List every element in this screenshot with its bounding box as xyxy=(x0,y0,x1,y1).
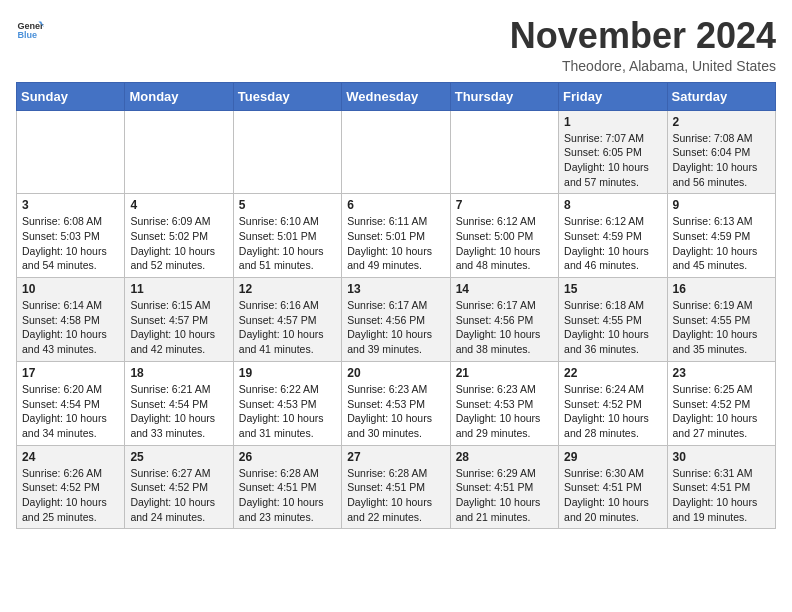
day-info: Sunrise: 6:31 AM Sunset: 4:51 PM Dayligh… xyxy=(673,466,770,525)
day-number: 20 xyxy=(347,366,444,380)
day-number: 30 xyxy=(673,450,770,464)
calendar-cell: 19Sunrise: 6:22 AM Sunset: 4:53 PM Dayli… xyxy=(233,361,341,445)
calendar-cell xyxy=(125,110,233,194)
day-info: Sunrise: 6:23 AM Sunset: 4:53 PM Dayligh… xyxy=(456,382,553,441)
weekday-header-wednesday: Wednesday xyxy=(342,82,450,110)
day-number: 17 xyxy=(22,366,119,380)
page-header: General Blue November 2024 Theodore, Ala… xyxy=(16,16,776,74)
day-number: 4 xyxy=(130,198,227,212)
calendar-cell: 1Sunrise: 7:07 AM Sunset: 6:05 PM Daylig… xyxy=(559,110,667,194)
calendar-cell: 2Sunrise: 7:08 AM Sunset: 6:04 PM Daylig… xyxy=(667,110,775,194)
calendar-cell: 3Sunrise: 6:08 AM Sunset: 5:03 PM Daylig… xyxy=(17,194,125,278)
calendar-cell: 24Sunrise: 6:26 AM Sunset: 4:52 PM Dayli… xyxy=(17,445,125,529)
calendar-table: SundayMondayTuesdayWednesdayThursdayFrid… xyxy=(16,82,776,530)
logo-icon: General Blue xyxy=(16,16,44,44)
day-number: 6 xyxy=(347,198,444,212)
day-number: 13 xyxy=(347,282,444,296)
day-number: 9 xyxy=(673,198,770,212)
calendar-cell: 22Sunrise: 6:24 AM Sunset: 4:52 PM Dayli… xyxy=(559,361,667,445)
calendar-cell: 23Sunrise: 6:25 AM Sunset: 4:52 PM Dayli… xyxy=(667,361,775,445)
calendar-cell xyxy=(233,110,341,194)
day-info: Sunrise: 6:21 AM Sunset: 4:54 PM Dayligh… xyxy=(130,382,227,441)
calendar-cell: 26Sunrise: 6:28 AM Sunset: 4:51 PM Dayli… xyxy=(233,445,341,529)
day-number: 3 xyxy=(22,198,119,212)
day-number: 15 xyxy=(564,282,661,296)
day-number: 5 xyxy=(239,198,336,212)
day-info: Sunrise: 6:30 AM Sunset: 4:51 PM Dayligh… xyxy=(564,466,661,525)
day-number: 27 xyxy=(347,450,444,464)
calendar-cell: 9Sunrise: 6:13 AM Sunset: 4:59 PM Daylig… xyxy=(667,194,775,278)
day-number: 22 xyxy=(564,366,661,380)
calendar-header: SundayMondayTuesdayWednesdayThursdayFrid… xyxy=(17,82,776,110)
calendar-cell: 18Sunrise: 6:21 AM Sunset: 4:54 PM Dayli… xyxy=(125,361,233,445)
day-info: Sunrise: 6:17 AM Sunset: 4:56 PM Dayligh… xyxy=(456,298,553,357)
day-info: Sunrise: 6:09 AM Sunset: 5:02 PM Dayligh… xyxy=(130,214,227,273)
day-number: 21 xyxy=(456,366,553,380)
calendar-body: 1Sunrise: 7:07 AM Sunset: 6:05 PM Daylig… xyxy=(17,110,776,529)
day-info: Sunrise: 6:15 AM Sunset: 4:57 PM Dayligh… xyxy=(130,298,227,357)
weekday-header-sunday: Sunday xyxy=(17,82,125,110)
day-info: Sunrise: 6:28 AM Sunset: 4:51 PM Dayligh… xyxy=(347,466,444,525)
calendar-cell: 17Sunrise: 6:20 AM Sunset: 4:54 PM Dayli… xyxy=(17,361,125,445)
calendar-cell: 10Sunrise: 6:14 AM Sunset: 4:58 PM Dayli… xyxy=(17,278,125,362)
day-info: Sunrise: 7:07 AM Sunset: 6:05 PM Dayligh… xyxy=(564,131,661,190)
calendar-week-3: 17Sunrise: 6:20 AM Sunset: 4:54 PM Dayli… xyxy=(17,361,776,445)
weekday-header-friday: Friday xyxy=(559,82,667,110)
day-info: Sunrise: 6:16 AM Sunset: 4:57 PM Dayligh… xyxy=(239,298,336,357)
day-number: 1 xyxy=(564,115,661,129)
title-block: November 2024 Theodore, Alabama, United … xyxy=(510,16,776,74)
calendar-cell: 25Sunrise: 6:27 AM Sunset: 4:52 PM Dayli… xyxy=(125,445,233,529)
day-number: 14 xyxy=(456,282,553,296)
calendar-cell: 4Sunrise: 6:09 AM Sunset: 5:02 PM Daylig… xyxy=(125,194,233,278)
calendar-cell xyxy=(450,110,558,194)
day-info: Sunrise: 6:23 AM Sunset: 4:53 PM Dayligh… xyxy=(347,382,444,441)
day-info: Sunrise: 6:26 AM Sunset: 4:52 PM Dayligh… xyxy=(22,466,119,525)
day-info: Sunrise: 6:28 AM Sunset: 4:51 PM Dayligh… xyxy=(239,466,336,525)
calendar-cell: 30Sunrise: 6:31 AM Sunset: 4:51 PM Dayli… xyxy=(667,445,775,529)
day-number: 10 xyxy=(22,282,119,296)
location: Theodore, Alabama, United States xyxy=(510,58,776,74)
calendar-cell xyxy=(17,110,125,194)
day-number: 12 xyxy=(239,282,336,296)
day-number: 16 xyxy=(673,282,770,296)
calendar-cell: 5Sunrise: 6:10 AM Sunset: 5:01 PM Daylig… xyxy=(233,194,341,278)
calendar-cell: 21Sunrise: 6:23 AM Sunset: 4:53 PM Dayli… xyxy=(450,361,558,445)
day-info: Sunrise: 6:12 AM Sunset: 4:59 PM Dayligh… xyxy=(564,214,661,273)
day-number: 19 xyxy=(239,366,336,380)
day-info: Sunrise: 6:08 AM Sunset: 5:03 PM Dayligh… xyxy=(22,214,119,273)
day-number: 28 xyxy=(456,450,553,464)
day-number: 26 xyxy=(239,450,336,464)
weekday-header-row: SundayMondayTuesdayWednesdayThursdayFrid… xyxy=(17,82,776,110)
day-number: 2 xyxy=(673,115,770,129)
calendar-cell: 12Sunrise: 6:16 AM Sunset: 4:57 PM Dayli… xyxy=(233,278,341,362)
day-info: Sunrise: 6:24 AM Sunset: 4:52 PM Dayligh… xyxy=(564,382,661,441)
calendar-cell: 8Sunrise: 6:12 AM Sunset: 4:59 PM Daylig… xyxy=(559,194,667,278)
logo: General Blue xyxy=(16,16,44,44)
calendar-cell: 14Sunrise: 6:17 AM Sunset: 4:56 PM Dayli… xyxy=(450,278,558,362)
day-info: Sunrise: 6:27 AM Sunset: 4:52 PM Dayligh… xyxy=(130,466,227,525)
calendar-cell: 13Sunrise: 6:17 AM Sunset: 4:56 PM Dayli… xyxy=(342,278,450,362)
calendar-week-1: 3Sunrise: 6:08 AM Sunset: 5:03 PM Daylig… xyxy=(17,194,776,278)
day-info: Sunrise: 6:22 AM Sunset: 4:53 PM Dayligh… xyxy=(239,382,336,441)
day-number: 18 xyxy=(130,366,227,380)
day-info: Sunrise: 7:08 AM Sunset: 6:04 PM Dayligh… xyxy=(673,131,770,190)
calendar-cell: 20Sunrise: 6:23 AM Sunset: 4:53 PM Dayli… xyxy=(342,361,450,445)
day-number: 11 xyxy=(130,282,227,296)
calendar-cell xyxy=(342,110,450,194)
day-info: Sunrise: 6:29 AM Sunset: 4:51 PM Dayligh… xyxy=(456,466,553,525)
calendar-cell: 6Sunrise: 6:11 AM Sunset: 5:01 PM Daylig… xyxy=(342,194,450,278)
calendar-cell: 11Sunrise: 6:15 AM Sunset: 4:57 PM Dayli… xyxy=(125,278,233,362)
day-info: Sunrise: 6:20 AM Sunset: 4:54 PM Dayligh… xyxy=(22,382,119,441)
calendar-cell: 28Sunrise: 6:29 AM Sunset: 4:51 PM Dayli… xyxy=(450,445,558,529)
weekday-header-thursday: Thursday xyxy=(450,82,558,110)
day-info: Sunrise: 6:14 AM Sunset: 4:58 PM Dayligh… xyxy=(22,298,119,357)
weekday-header-monday: Monday xyxy=(125,82,233,110)
calendar-week-0: 1Sunrise: 7:07 AM Sunset: 6:05 PM Daylig… xyxy=(17,110,776,194)
day-info: Sunrise: 6:13 AM Sunset: 4:59 PM Dayligh… xyxy=(673,214,770,273)
weekday-header-tuesday: Tuesday xyxy=(233,82,341,110)
calendar-cell: 27Sunrise: 6:28 AM Sunset: 4:51 PM Dayli… xyxy=(342,445,450,529)
day-number: 29 xyxy=(564,450,661,464)
day-number: 7 xyxy=(456,198,553,212)
day-info: Sunrise: 6:18 AM Sunset: 4:55 PM Dayligh… xyxy=(564,298,661,357)
day-number: 8 xyxy=(564,198,661,212)
